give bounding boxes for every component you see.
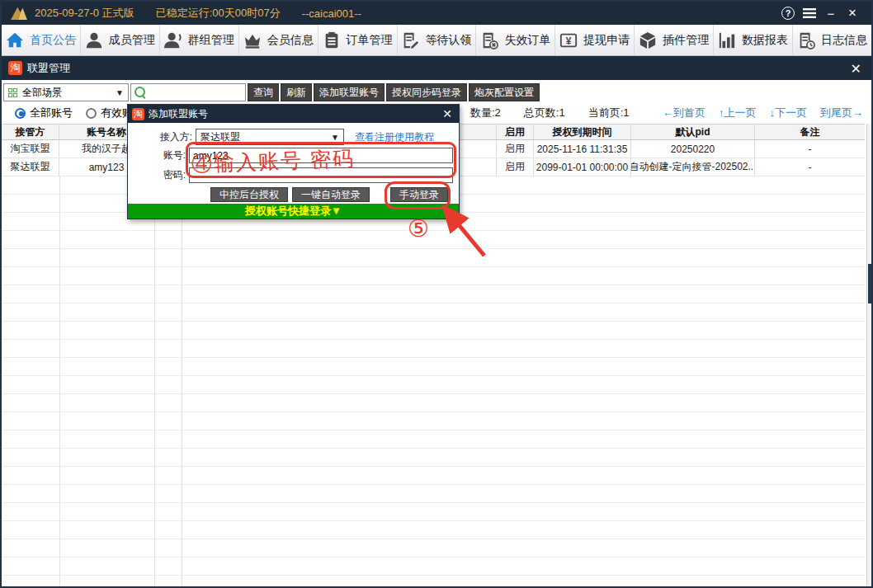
tab-union-management[interactable]: 联盟管理 xyxy=(27,61,70,76)
uptime-text: 已稳定运行:00天00时07分 xyxy=(156,6,281,21)
dialog-title: 添加联盟账号 xyxy=(149,107,208,121)
access-provider-dropdown[interactable]: 聚达联盟 ▼ xyxy=(196,129,344,145)
cell-remark: - xyxy=(755,140,865,158)
password-label: 密码: xyxy=(146,168,186,182)
account-input[interactable] xyxy=(189,148,453,163)
clipboard-icon xyxy=(323,31,341,49)
tutorial-link[interactable]: 查看注册使用教程 xyxy=(355,130,434,144)
cell-provider: 淘宝联盟 xyxy=(2,140,59,158)
manual-login-button[interactable]: 手动登录 xyxy=(390,187,448,202)
doc-pen-icon xyxy=(401,31,419,49)
pager-next[interactable]: ↓下一页 xyxy=(770,106,808,120)
password-input[interactable] xyxy=(189,167,453,183)
tao-icon: 淘 xyxy=(132,108,144,120)
cell-remark: - xyxy=(755,158,865,176)
pager-prev[interactable]: ↑上一页 xyxy=(719,106,757,120)
pager: ←到首页 ↑上一页 ↓下一页 到尾页→ xyxy=(663,106,863,120)
nav-item-logs[interactable]: 日志信息 xyxy=(793,25,871,55)
app-version: 2025-09-27-0 正式版 xyxy=(35,6,134,21)
pager-first[interactable]: ←到首页 xyxy=(663,106,705,120)
nav-item-pending-claim[interactable]: 等待认领 xyxy=(398,25,477,55)
radio-all-accounts[interactable] xyxy=(15,108,26,119)
central-backend-auth-button[interactable]: 中控后台授权 xyxy=(210,187,288,202)
count-text: 数量:2 xyxy=(470,106,501,120)
chevron-down-icon: ▼ xyxy=(331,133,339,142)
col-auth-expire[interactable]: 授权到期时间 xyxy=(534,125,631,139)
col-provider[interactable]: 接管方 xyxy=(2,125,59,139)
quick-login-bar[interactable]: 授权账号快捷登录▼ xyxy=(128,204,459,219)
doc-clock-icon xyxy=(797,31,815,49)
minimize-button[interactable]: − xyxy=(820,5,842,21)
nav-item-withdraw[interactable]: ¥ 提现申请 xyxy=(555,25,635,55)
cell-default-pid: 自动创建-定向接管-202502... xyxy=(631,158,755,176)
dialog-title-bar: 淘 添加联盟账号 ✕ xyxy=(128,105,459,123)
access-provider-value: 聚达联盟 xyxy=(201,130,240,144)
nav-item-plugins[interactable]: 插件管理 xyxy=(635,25,714,55)
nav-item-members[interactable]: 成员管理 xyxy=(81,25,160,55)
cube-icon xyxy=(639,31,657,49)
nav-label: 群组管理 xyxy=(188,33,234,48)
help-icon: ? xyxy=(781,7,795,20)
title-bar: 2025-09-27-0 正式版 已稳定运行:00天00时07分 --caica… xyxy=(2,2,871,25)
app-window: 2025-09-27-0 正式版 已稳定运行:00天00时07分 --caica… xyxy=(0,0,873,588)
account-text: --caicai001-- xyxy=(302,7,361,20)
toolbar: 全部场景 ▼ 查询 刷新 添加联盟账号 授权同步码登录 炮灰配置设置 xyxy=(3,82,540,102)
col-default-pid[interactable]: 默认pid xyxy=(631,125,755,139)
home-icon xyxy=(6,31,24,49)
nav-label: 提现申请 xyxy=(583,33,630,48)
nav-item-orders[interactable]: 订单管理 xyxy=(319,25,398,55)
nav-label: 数据报表 xyxy=(742,33,788,48)
nav-item-invalid-orders[interactable]: 失效订单 xyxy=(476,25,555,55)
search-icon xyxy=(134,87,146,98)
radio-valid-accounts[interactable] xyxy=(86,108,97,119)
nav-label: 订单管理 xyxy=(347,33,393,48)
nav-bar: 首页公告 成员管理 群组管理 会员信息 订单管理 等待认领 失效订单 ¥ 提现申 xyxy=(2,25,871,56)
nav-item-groups[interactable]: 群组管理 xyxy=(160,25,239,55)
nav-label: 插件管理 xyxy=(663,33,709,48)
doc-x-icon xyxy=(480,31,498,49)
scrollbar-thumb[interactable] xyxy=(868,264,873,303)
yen-icon: ¥ xyxy=(559,31,578,49)
column-divider xyxy=(59,140,60,588)
nav-label: 等待认领 xyxy=(425,33,471,48)
scene-dropdown[interactable]: 全部场景 ▼ xyxy=(3,83,129,101)
search-input[interactable] xyxy=(130,83,246,101)
app-logo-icon xyxy=(10,6,28,21)
cell-default-pid: 20250220 xyxy=(631,140,755,158)
chevron-down-icon: ▼ xyxy=(116,88,124,97)
hamburger-icon xyxy=(803,8,816,18)
cannon-fodder-config-button[interactable]: 炮灰配置设置 xyxy=(469,83,540,101)
col-remark[interactable]: 备注 xyxy=(755,125,865,139)
cell-enabled: 启用 xyxy=(497,140,534,158)
query-button[interactable]: 查询 xyxy=(248,83,279,101)
menu-button[interactable] xyxy=(799,5,820,21)
cell-enabled: 启用 xyxy=(497,158,534,176)
tab-close-icon[interactable]: ✕ xyxy=(851,61,861,77)
nav-item-reports[interactable]: 数据报表 xyxy=(714,25,793,55)
nav-label: 首页公告 xyxy=(30,33,76,48)
dialog-close-icon[interactable]: ✕ xyxy=(442,107,452,120)
access-row: 接入方: 聚达联盟 ▼ 查看注册使用教程 xyxy=(153,129,434,145)
account-label: 账号: xyxy=(146,148,186,162)
col-enabled[interactable]: 启用 xyxy=(497,125,534,139)
refresh-button[interactable]: 刷新 xyxy=(281,83,312,101)
account-row: 账号: xyxy=(146,148,453,163)
cell-provider: 聚达联盟 xyxy=(2,158,59,176)
bar-chart-icon xyxy=(718,31,736,49)
one-key-auto-login-button[interactable]: 一键自动登录 xyxy=(292,187,370,202)
nav-label: 失效订单 xyxy=(504,33,550,48)
member-icon xyxy=(85,31,103,49)
radio-all-accounts-label: 全部账号 xyxy=(30,106,73,120)
nav-item-vip[interactable]: 会员信息 xyxy=(239,25,319,55)
pager-last[interactable]: 到尾页→ xyxy=(820,106,863,120)
svg-text:¥: ¥ xyxy=(566,35,572,46)
close-button[interactable]: × xyxy=(842,5,863,21)
help-button[interactable]: ? xyxy=(777,5,799,21)
nav-label: 成员管理 xyxy=(109,33,155,48)
vertical-scrollbar[interactable] xyxy=(866,124,873,588)
add-union-account-button[interactable]: 添加联盟账号 xyxy=(314,83,385,101)
password-row: 密码: xyxy=(146,167,453,183)
tao-icon: 淘 xyxy=(8,61,22,75)
nav-item-home[interactable]: 首页公告 xyxy=(2,25,81,55)
auth-sync-code-login-button[interactable]: 授权同步码登录 xyxy=(386,83,467,101)
